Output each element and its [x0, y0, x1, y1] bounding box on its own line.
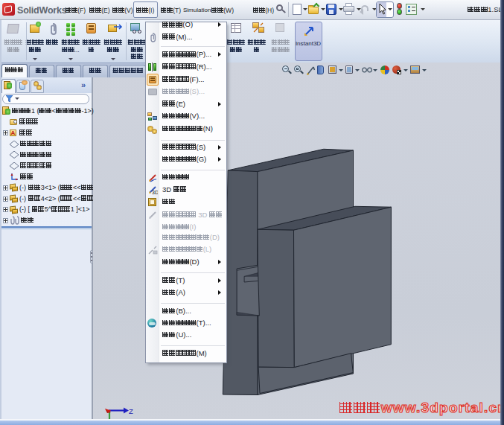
svg-text:3D: 3D [152, 190, 158, 195]
svg-text:Z: Z [129, 407, 133, 415]
